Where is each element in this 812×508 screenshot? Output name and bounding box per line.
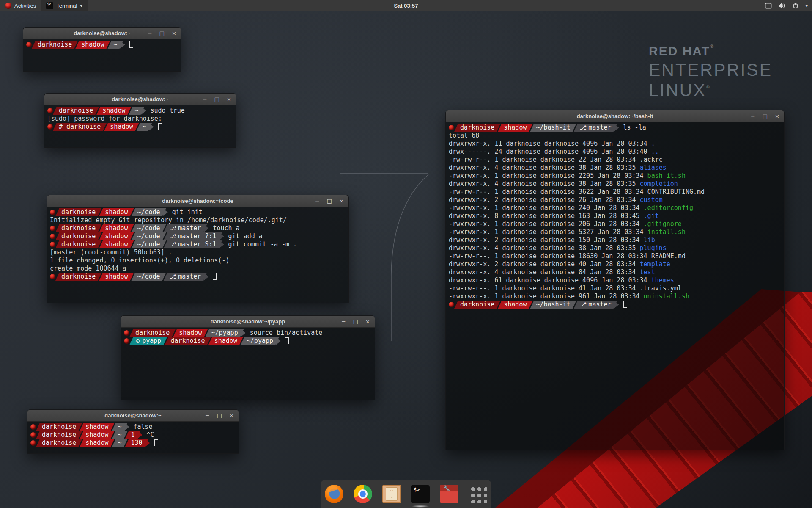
prompt-segment-user: darknoise <box>36 423 82 431</box>
dock-item-firefox[interactable] <box>324 483 344 505</box>
dock-item-files[interactable] <box>382 483 401 505</box>
output-text: Initialized empty Git repository in /hom… <box>50 216 287 224</box>
titlebar[interactable]: darknoise@shadow:~/pyapp −□× <box>121 316 375 328</box>
minimize-button[interactable]: − <box>203 97 207 102</box>
volume-icon[interactable] <box>778 3 786 9</box>
file-name: .editorconfig <box>644 204 693 212</box>
terminal-content[interactable]: darknoiseshadow~ <box>23 39 181 72</box>
app-grid-icon <box>469 485 487 503</box>
titlebar[interactable]: darknoise@shadow:~/code −□× <box>47 195 348 207</box>
running-app-indicator <box>411 505 429 508</box>
prompt-segment-venv: ⊙ pyapp <box>129 337 167 345</box>
prompt-segment-host: shadow <box>498 124 532 132</box>
clock[interactable]: Sat 03:57 <box>394 3 418 9</box>
output-line: drwxrwxr-x. 4 darknoise darknoise 38 Jan… <box>446 164 784 172</box>
branch-icon: ⎇ <box>170 273 178 280</box>
prompt-segment-path: ~ <box>112 439 127 447</box>
close-button[interactable]: × <box>227 97 231 102</box>
terminal-content[interactable]: darknoiseshadow~/bash-it⎇ masterls -lato… <box>446 122 784 451</box>
maximize-button[interactable]: □ <box>327 198 332 204</box>
prompt-line: darknoiseshadow~/pyappsource bin/activat… <box>121 329 375 337</box>
minimize-button[interactable]: − <box>205 413 210 418</box>
terminal-content[interactable]: darknoiseshadow~/pyappsource bin/activat… <box>121 328 375 401</box>
command-text: touch a <box>213 224 239 232</box>
prompt-segment-path: ~/code <box>131 240 166 248</box>
minimize-button[interactable]: − <box>751 113 755 119</box>
output-text: drwx------. 24 darknoise darknoise 4096 … <box>449 148 651 155</box>
maximize-button[interactable]: □ <box>353 319 358 324</box>
prompt-segment-user: darknoise <box>55 232 102 240</box>
output-line: -rwxrwxr-x. 1 darknoise darknoise 961 Ja… <box>446 293 784 301</box>
output-text: -rw-rw-r--. 1 darknoise darknoise 3622 J… <box>449 188 647 196</box>
output-text: -rwxrwxr-x. 1 darknoise darknoise 206 Ja… <box>449 220 644 228</box>
prompt-segment-user: darknoise <box>55 208 102 216</box>
dock-item-app-grid[interactable] <box>468 483 488 505</box>
close-button[interactable]: × <box>365 319 370 324</box>
prompt-segment-user: darknoise <box>36 431 82 439</box>
prompt-line: darknoiseshadow~/codegit init <box>47 208 348 216</box>
redhat-dot-icon <box>30 440 36 446</box>
output-line: drwxrwxr-x. 11 darknoise darknoise 4096 … <box>446 140 784 148</box>
titlebar[interactable]: darknoise@shadow:~ −□× <box>27 410 239 422</box>
prompt-segment-host: shadow <box>80 431 114 439</box>
output-line: Initialized empty Git repository in /hom… <box>47 216 348 224</box>
terminal-content[interactable]: darknoiseshadow~/codegit initInitialized… <box>47 207 348 304</box>
output-line: drwxrwxr-x. 61 darknoise darknoise 4096 … <box>446 276 784 284</box>
terminal-icon: $> <box>411 485 430 503</box>
output-text: drwxrwxr-x. 2 darknoise darknoise 40 Jan… <box>449 260 640 268</box>
close-button[interactable]: × <box>229 413 234 418</box>
power-icon[interactable] <box>792 2 799 9</box>
display-icon[interactable] <box>765 3 772 9</box>
prompt-segment-git: ⎇ master ?:1 <box>164 232 222 240</box>
titlebar[interactable]: darknoise@shadow:~ −□× <box>44 94 236 105</box>
terminal-content[interactable]: darknoiseshadow~sudo true[sudo] password… <box>44 105 236 149</box>
file-name: . <box>651 140 655 147</box>
output-text: drwxrwxr-x. 4 darknoise darknoise 84 Jan… <box>449 268 640 276</box>
maximize-button[interactable]: □ <box>217 413 222 418</box>
minimize-button[interactable]: − <box>341 319 346 324</box>
output-line: drwxrwxr-x. 4 darknoise darknoise 38 Jan… <box>446 180 784 188</box>
prompt-line: darknoiseshadow~/bash-it⎇ master <box>446 301 784 309</box>
prompt-segment-host: shadow <box>208 337 243 345</box>
app-menu-terminal[interactable]: $> Terminal ▾ <box>41 0 88 11</box>
prompt-segment-user: darknoise <box>55 240 102 248</box>
terminal-cursor <box>623 301 627 308</box>
prompt-segment-user: darknoise <box>165 337 211 345</box>
output-line: [master (root-commit) 50bcb63] . <box>47 248 348 257</box>
branch-icon: ⎇ <box>580 301 589 308</box>
output-text: create mode 100644 a <box>50 265 126 272</box>
close-button[interactable]: × <box>172 30 176 36</box>
dock-item-terminal[interactable]: $> <box>411 483 430 505</box>
output-text: drwxrwxr-x. 2 darknoise darknoise 26 Jan… <box>449 196 640 204</box>
activities-button[interactable]: Activities <box>0 0 41 11</box>
titlebar[interactable]: darknoise@shadow:~/bash-it −□× <box>446 110 784 122</box>
minimize-button[interactable]: − <box>315 198 320 204</box>
maximize-button[interactable]: □ <box>214 97 219 102</box>
redhat-dot-icon <box>50 210 55 215</box>
maximize-button[interactable]: □ <box>763 113 768 119</box>
activities-label: Activities <box>14 3 36 9</box>
prompt-segment-git: ⎇ master <box>574 301 617 309</box>
prompt-segment-host: shadow <box>99 208 134 216</box>
file-name: bash_it.sh <box>647 172 686 179</box>
dock-item-chrome[interactable] <box>353 483 373 505</box>
toolbox-icon <box>440 485 458 503</box>
registered-mark: ® <box>706 84 711 89</box>
terminal-window-bash-it: darknoise@shadow:~/bash-it −□× darknoise… <box>445 110 785 450</box>
maximize-button[interactable]: □ <box>159 30 165 36</box>
titlebar[interactable]: darknoise@shadow:~ −□× <box>23 28 181 39</box>
output-line: drwxrwxr-x. 4 darknoise darknoise 38 Jan… <box>446 244 784 252</box>
dock: $> <box>321 480 491 508</box>
file-name: CONTRIBUTING.md <box>647 188 705 196</box>
dock-item-toolbox[interactable] <box>439 483 459 505</box>
prompt-segment-host: shadow <box>99 224 134 232</box>
minimize-button[interactable]: − <box>148 30 152 36</box>
close-button[interactable]: × <box>775 113 779 119</box>
prompt-line: darknoiseshadow~/code⎇ master S:1git com… <box>47 240 348 248</box>
file-name: README.md <box>651 252 686 260</box>
brand-line-linux: LINUX® <box>649 82 772 99</box>
system-menu-chevron-icon[interactable]: ▾ <box>805 3 808 8</box>
close-button[interactable]: × <box>339 198 344 204</box>
terminal-content[interactable]: darknoiseshadow~falsedarknoiseshadow~1^C… <box>27 422 239 455</box>
redhat-dot-icon <box>124 330 129 336</box>
